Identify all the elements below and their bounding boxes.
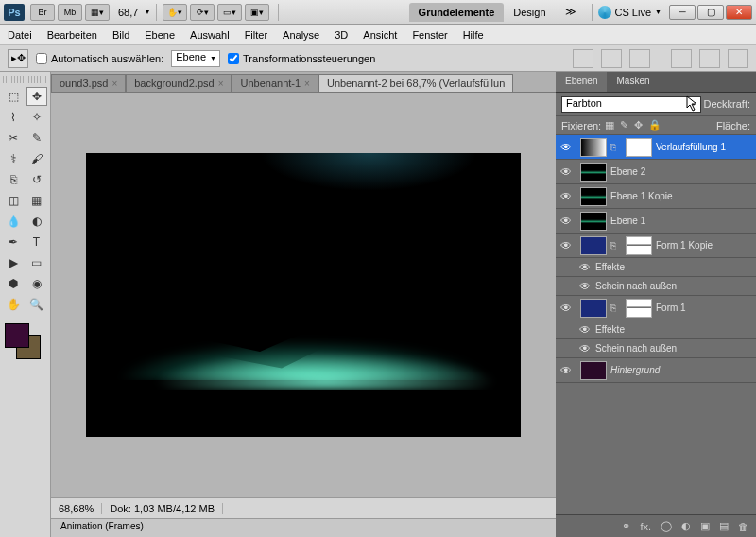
menu-fenster[interactable]: Fenster xyxy=(412,29,447,41)
move-tool[interactable]: ✥ xyxy=(26,87,47,106)
visibility-icon[interactable]: 👁 xyxy=(575,323,595,337)
history-brush-tool[interactable]: ↺ xyxy=(26,170,47,189)
layer-hintergrund[interactable]: 👁 Hintergrund xyxy=(556,358,756,383)
shape-tool[interactable]: ▭ xyxy=(26,253,47,272)
layer-thumb[interactable] xyxy=(580,236,607,255)
blend-mode-dropdown[interactable]: Farbton xyxy=(561,96,701,113)
layer-name[interactable]: Ebene 1 Kopie xyxy=(610,191,673,201)
menu-datei[interactable]: Datei xyxy=(8,29,32,41)
layer-form1kopie[interactable]: 👁 ⎘ Form 1 Kopie xyxy=(556,234,756,258)
layer-effects-row[interactable]: 👁 Effekte xyxy=(556,258,756,277)
eraser-tool[interactable]: ◫ xyxy=(3,191,24,210)
menu-hilfe[interactable]: Hilfe xyxy=(463,29,484,41)
layer-name[interactable]: Hintergrund xyxy=(610,365,660,375)
visibility-icon[interactable]: 👁 xyxy=(556,165,576,179)
status-docinfo[interactable]: Dok: 1,03 MB/4,12 MB xyxy=(102,503,223,514)
canvas-viewport[interactable] xyxy=(51,93,556,497)
align-vcenter-button[interactable] xyxy=(601,49,622,68)
tab-ebenen[interactable]: Ebenen xyxy=(556,72,607,92)
menu-ebene[interactable]: Ebene xyxy=(145,29,175,41)
doctab-3[interactable]: Unbenannt-1× xyxy=(232,74,318,92)
status-zoom[interactable]: 68,68% xyxy=(51,503,102,514)
cs-live-button[interactable]: CS Live ▼ xyxy=(598,6,662,19)
type-tool[interactable]: T xyxy=(26,233,47,251)
view-extras-button[interactable]: ▦▾ xyxy=(85,4,110,21)
color-swatches[interactable] xyxy=(3,323,41,361)
layer-thumb[interactable] xyxy=(580,361,607,380)
layer-effects-row[interactable]: 👁 Effekte xyxy=(556,320,756,339)
menu-bearbeiten[interactable]: Bearbeiten xyxy=(47,29,97,41)
screen-mode-button[interactable]: ▣▾ xyxy=(245,4,269,21)
adjustment-layer-icon[interactable]: ◐ xyxy=(681,520,691,532)
link-layers-icon[interactable]: ⚭ xyxy=(622,520,630,532)
blur-tool[interactable]: 💧 xyxy=(3,212,24,231)
visibility-icon[interactable]: 👁 xyxy=(575,280,595,293)
zoom-tool[interactable]: 🔍 xyxy=(26,295,47,314)
zoom-indicator[interactable]: 68,7 xyxy=(118,7,138,18)
visibility-icon[interactable]: 👁 xyxy=(575,261,595,274)
layer-name[interactable]: Form 1 Kopie xyxy=(656,240,713,251)
lock-transparency-icon[interactable]: ▦ xyxy=(605,119,614,131)
brush-tool[interactable]: 🖌 xyxy=(26,149,47,168)
workspace-grundelemente[interactable]: Grundelemente xyxy=(409,3,505,22)
layer-thumb[interactable] xyxy=(580,138,607,157)
magic-wand-tool[interactable]: ✧ xyxy=(26,108,47,127)
auto-select-checkbox[interactable] xyxy=(36,53,47,64)
bridge-button[interactable]: Br xyxy=(30,4,55,21)
visibility-icon[interactable]: 👁 xyxy=(556,215,576,228)
pen-tool[interactable]: ✒ xyxy=(3,233,24,251)
layer-ebene2[interactable]: 👁 Ebene 2 xyxy=(556,160,756,184)
3d-tool[interactable]: ⬢ xyxy=(3,274,24,293)
visibility-icon[interactable]: 👁 xyxy=(556,302,576,315)
doctab-4-active[interactable]: Unbenannt-2 bei 68,7% (Verlaufsfüllun xyxy=(318,74,513,92)
minibridge-button[interactable]: Mb xyxy=(58,4,82,21)
workspace-more-icon[interactable]: ≫ xyxy=(556,2,586,22)
layer-ebene1kopie[interactable]: 👁 Ebene 1 Kopie xyxy=(556,184,756,209)
visibility-icon[interactable]: 👁 xyxy=(556,239,576,252)
workspace-design[interactable]: Design xyxy=(504,3,555,22)
window-maximize-button[interactable]: ▢ xyxy=(697,5,724,20)
arrange-docs-button[interactable]: ▭▾ xyxy=(217,4,242,21)
current-tool-icon[interactable]: ▸✥ xyxy=(8,49,28,68)
lock-pixels-icon[interactable]: ✎ xyxy=(620,119,628,131)
marquee-tool[interactable]: ⬚ xyxy=(3,87,24,106)
menu-auswahl[interactable]: Auswahl xyxy=(190,29,230,41)
path-selection-tool[interactable]: ▶ xyxy=(3,253,24,272)
visibility-icon[interactable]: 👁 xyxy=(556,364,576,377)
align-top-button[interactable] xyxy=(573,49,593,68)
align-bottom-button[interactable] xyxy=(629,49,650,68)
foreground-color-swatch[interactable] xyxy=(5,323,29,348)
hand-shortcut-button[interactable]: ✋▾ xyxy=(163,4,187,21)
dodge-tool[interactable]: ◐ xyxy=(26,212,47,231)
layer-thumb[interactable] xyxy=(580,299,607,318)
new-layer-icon[interactable]: ▤ xyxy=(719,520,729,532)
align-hcenter-button[interactable] xyxy=(699,49,720,68)
mask-thumb[interactable] xyxy=(626,138,652,157)
close-icon[interactable]: × xyxy=(112,78,117,89)
delete-layer-icon[interactable]: 🗑 xyxy=(738,521,748,532)
align-left-button[interactable] xyxy=(671,49,692,68)
lasso-tool[interactable]: ⌇ xyxy=(3,108,24,127)
layer-thumb[interactable] xyxy=(580,212,607,231)
layer-mask-icon[interactable]: ◯ xyxy=(661,520,672,532)
ps-logo-icon[interactable]: Ps xyxy=(4,4,25,21)
layer-verlaufsfuellung[interactable]: 👁 ⎘ Verlaufsfüllung 1 xyxy=(556,135,756,160)
layer-effect-outerglow[interactable]: 👁 Schein nach außen xyxy=(556,277,756,296)
animation-panel-tab[interactable]: Animation (Frames) xyxy=(51,518,556,537)
layer-effect-outerglow[interactable]: 👁 Schein nach außen xyxy=(556,339,756,358)
layer-name[interactable]: Verlaufsfüllung 1 xyxy=(656,142,726,152)
window-minimize-button[interactable]: ─ xyxy=(669,5,696,20)
link-icon[interactable]: ⎘ xyxy=(610,142,622,152)
healing-brush-tool[interactable]: ⚕ xyxy=(3,149,24,168)
eyedropper-tool[interactable]: ✎ xyxy=(26,129,47,147)
3d-camera-tool[interactable]: ◉ xyxy=(26,274,47,293)
lock-all-icon[interactable]: 🔒 xyxy=(648,119,662,131)
tab-masken[interactable]: Masken xyxy=(607,72,659,92)
layer-style-icon[interactable]: fx. xyxy=(640,521,651,532)
link-icon[interactable]: ⎘ xyxy=(610,240,622,251)
vector-mask-thumb[interactable] xyxy=(626,236,652,255)
auto-select-target-dropdown[interactable]: Ebene xyxy=(171,50,220,67)
canvas[interactable] xyxy=(86,153,521,437)
group-icon[interactable]: ▣ xyxy=(700,520,710,532)
menu-filter[interactable]: Filter xyxy=(245,29,267,41)
